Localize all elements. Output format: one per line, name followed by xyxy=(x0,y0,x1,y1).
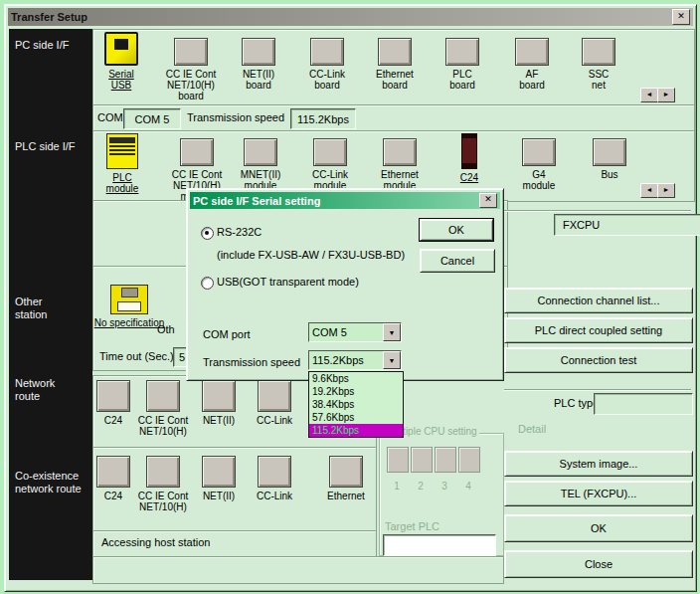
com-port-dropdown-button[interactable]: ▼ xyxy=(383,323,401,341)
speed-option-selected[interactable]: 115.2Kbps xyxy=(309,424,403,437)
pc-scroll-right-button[interactable]: ► xyxy=(657,88,675,102)
plc-option-ethernet-module[interactable]: Ethernet module xyxy=(368,138,432,191)
plc-scroll-right-button[interactable]: ► xyxy=(657,183,675,198)
connection-test-label: Connection test xyxy=(561,354,636,366)
speed-option[interactable]: 57.6Kbps xyxy=(309,411,403,424)
system-image-button[interactable]: System image... xyxy=(504,451,693,477)
plc-option-plc-module[interactable]: PLC module xyxy=(93,133,151,194)
scroll-right-icon: ► xyxy=(663,91,670,98)
pc-option-label: NET(II) board xyxy=(243,69,274,91)
target-plc-box xyxy=(383,534,496,556)
plc-option-label: Bus xyxy=(601,169,617,180)
other-station-partial-label[interactable]: Oth xyxy=(157,323,175,335)
usb-radio-label[interactable]: USB(GOT transparent mode) xyxy=(217,276,359,288)
coex-option-ccie[interactable]: CC IE Cont NET/10(H) xyxy=(133,456,193,512)
scroll-right-icon: ► xyxy=(663,186,670,193)
connection-test-button[interactable]: Connection test xyxy=(504,347,693,373)
coex-option-net2[interactable]: NET(II) xyxy=(191,456,247,501)
usb-radio[interactable] xyxy=(201,277,214,290)
net2-network-icon xyxy=(202,380,236,412)
plc-direct-coupled-button[interactable]: PLC direct coupled setting xyxy=(504,317,693,343)
chevron-down-button[interactable]: ▼ xyxy=(383,351,401,369)
pc-scroll-left-button[interactable]: ◄ xyxy=(640,88,658,102)
close-icon: ✕ xyxy=(677,11,685,21)
network-option-cclink[interactable]: CC-Link xyxy=(247,380,302,426)
section-sidebar: PC side I/F PLC side I/F Other station N… xyxy=(9,29,92,580)
plc-scroll-left-button[interactable]: ◄ xyxy=(640,183,658,198)
ethernet-coex-icon xyxy=(329,456,363,488)
dialog-title: PC side I/F Serial setting xyxy=(193,195,479,207)
com-port-combobox[interactable]: COM 5 ▼ xyxy=(308,322,402,342)
com-port-value[interactable]: COM 5 xyxy=(309,323,383,341)
cpu-slot-4-number: 4 xyxy=(458,481,478,492)
coex-option-ethernet[interactable]: Ethernet xyxy=(316,456,376,501)
coex-option-c24[interactable]: C24 xyxy=(93,456,133,501)
transfer-setup-window: Transfer Setup ✕ PC side I/F PLC side I/… xyxy=(4,4,697,592)
connection-channel-list-button[interactable]: Connection channel list... xyxy=(504,288,693,313)
scroll-left-icon: ◄ xyxy=(646,91,653,98)
plc-mode-box: FXCPU xyxy=(554,214,700,236)
rs232c-radio[interactable] xyxy=(201,227,214,240)
ccie-coex-icon xyxy=(146,456,180,488)
pc-option-label: Ethernet board xyxy=(376,69,414,91)
ccie-network-icon xyxy=(146,380,180,412)
window-close-button[interactable]: ✕ xyxy=(672,9,690,25)
speed-option[interactable]: 9.6Kbps xyxy=(309,372,403,385)
pc-option-net2-board[interactable]: NET(II) board xyxy=(227,38,290,91)
other-station-no-specification-option[interactable]: No specification xyxy=(93,285,165,328)
pc-option-label: PLC board xyxy=(449,69,475,91)
pc-option-ssc-net[interactable]: SSC net xyxy=(567,38,630,91)
plc-option-g4-module[interactable]: G4 module xyxy=(507,138,571,191)
dialog-titlebar[interactable]: PC side I/F Serial setting ✕ xyxy=(190,192,500,209)
plc-option-cclink-module[interactable]: CC-Link module xyxy=(298,138,362,191)
plc-board-icon xyxy=(445,38,479,66)
coex-option-label: NET(II) xyxy=(203,491,235,501)
plc-option-mnet2-module[interactable]: MNET(II) module xyxy=(229,138,292,191)
pc-option-af-board[interactable]: AF board xyxy=(500,38,564,91)
speed-dropdown-list: 9.6Kbps 19.2Kbps 38.4Kbps 57.6Kbps 115.2… xyxy=(308,371,404,438)
network-option-c24[interactable]: C24 xyxy=(93,380,133,426)
close-icon: ✕ xyxy=(484,194,492,204)
no-specification-label: No specification xyxy=(94,317,165,328)
chevron-down-icon: ▼ xyxy=(389,357,396,364)
accessing-host-box: Accessing host station xyxy=(92,530,377,558)
transfer-setup-ok-button[interactable]: OK xyxy=(504,514,693,542)
pc-option-plc-board[interactable]: PLC board xyxy=(431,38,494,91)
timeout-label: Time out (Sec.) xyxy=(99,350,174,362)
window-titlebar[interactable]: Transfer Setup ✕ xyxy=(8,8,693,26)
ccie-board-icon xyxy=(174,38,208,66)
speed-option[interactable]: 38.4Kbps xyxy=(309,398,403,411)
c24-network-icon xyxy=(96,380,130,412)
sidebar-other-station-label: Other station xyxy=(15,296,47,321)
pc-option-ethernet-board[interactable]: Ethernet board xyxy=(363,38,427,91)
speed-combobox[interactable]: 115.2Kbps ▼ xyxy=(308,350,402,370)
network-option-ccie[interactable]: CC IE Cont NET/10(H) xyxy=(133,380,193,437)
network-option-label: CC IE Cont NET/10(H) xyxy=(138,415,189,437)
plc-option-bus[interactable]: Bus xyxy=(578,138,641,180)
cpu-slot-1-number: 1 xyxy=(387,481,407,492)
floppy-disk-icon xyxy=(110,285,148,314)
pc-option-ccie-board[interactable]: CC IE Cont NET/10(H) board xyxy=(159,38,223,101)
pc-option-serial-usb[interactable]: Serial USB xyxy=(93,32,149,91)
pc-option-label: CC IE Cont NET/10(H) board xyxy=(166,69,217,101)
ccie-module-icon xyxy=(180,138,214,166)
pc-option-cclink-board[interactable]: CC-Link board xyxy=(295,38,359,91)
network-option-net2[interactable]: NET(II) xyxy=(191,380,247,426)
tel-button[interactable]: TEL (FXCPU)... xyxy=(504,481,693,506)
speed-value[interactable]: 115.2Kbps xyxy=(309,351,383,369)
dialog-ok-button[interactable]: OK xyxy=(420,219,493,241)
sidebar-network-route-label: Network route xyxy=(15,377,55,403)
dialog-cancel-button[interactable]: Cancel xyxy=(420,249,495,273)
com-value: COM 5 xyxy=(135,113,170,125)
coex-option-cclink[interactable]: CC-Link xyxy=(247,456,302,501)
rs232c-note: (include FX-USB-AW / FX3U-USB-BD) xyxy=(217,249,405,261)
transfer-setup-ok-label: OK xyxy=(591,522,607,534)
transfer-setup-close-button[interactable]: Close xyxy=(504,550,693,578)
plc-option-c24[interactable]: C24 xyxy=(438,133,501,183)
dialog-close-button[interactable]: ✕ xyxy=(479,193,497,208)
rs232c-radio-label[interactable]: RS-232C xyxy=(217,226,262,238)
coex-option-label: Ethernet xyxy=(327,491,365,501)
plc-mode-value: FXCPU xyxy=(563,219,600,231)
cpu-slot-2-number: 2 xyxy=(411,481,431,492)
speed-option[interactable]: 19.2Kbps xyxy=(309,385,403,398)
